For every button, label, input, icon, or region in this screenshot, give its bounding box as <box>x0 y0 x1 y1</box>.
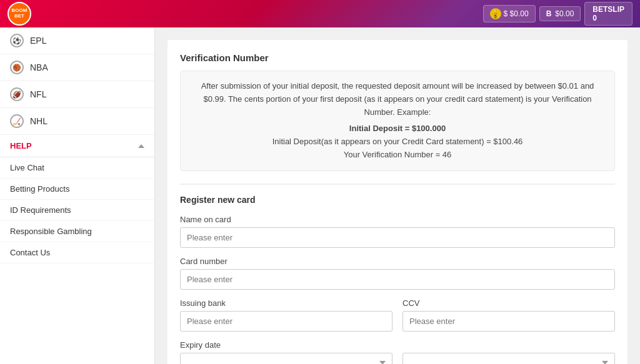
expiry-selects-row: 01 02 03 04 05 06 07 08 09 10 11 <box>180 353 615 364</box>
logo-image: BOOMBET <box>8 2 31 26</box>
card-number-group: Card number <box>180 257 615 290</box>
example-line3: Your Verification Number = 46 <box>344 150 452 159</box>
sidebar-item-label-nba: NBA <box>30 62 48 72</box>
sidebar-item-id-requirements[interactable]: ID Requirements <box>0 200 154 221</box>
balance-amount: $ $0.00 <box>504 9 529 18</box>
name-on-card-group: Name on card <box>180 215 615 248</box>
sidebar-item-label-nfl: NFL <box>30 89 46 99</box>
b-balance-button[interactable]: B $0.00 <box>539 6 581 21</box>
ccv-group: CCV <box>402 298 615 332</box>
help-label: HELP <box>10 141 32 150</box>
register-card-section: Register new card Name on card Card numb… <box>180 184 615 364</box>
b-balance-amount: $0.00 <box>555 9 574 18</box>
name-on-card-input[interactable] <box>180 227 615 248</box>
main-layout: ⚽ EPL 🏀 NBA 🏈 NFL 🏒 NHL HELP Live Chat B… <box>0 27 640 364</box>
sidebar-item-betting-products[interactable]: Betting Products <box>0 179 154 200</box>
help-section-header[interactable]: HELP <box>0 135 154 157</box>
sidebar-item-nhl[interactable]: 🏒 NHL <box>0 108 154 135</box>
sidebar: ⚽ EPL 🏀 NBA 🏈 NFL 🏒 NHL HELP Live Chat B… <box>0 27 155 364</box>
issuing-bank-input[interactable] <box>180 311 392 332</box>
nfl-icon: 🏈 <box>10 87 24 101</box>
sidebar-item-epl[interactable]: ⚽ EPL <box>0 27 154 54</box>
expiry-year-group: 2024 2025 2026 2027 2028 <box>402 353 615 364</box>
issuing-bank-label: Issuing bank <box>180 298 392 308</box>
balance-button[interactable]: 🏆 5 $ $0.00 <box>483 5 536 22</box>
balance-icon: 🏆 5 <box>490 8 501 19</box>
betslip-button[interactable]: BETSLIP 0 <box>584 2 632 26</box>
sidebar-item-label-epl: EPL <box>30 36 46 46</box>
betslip-count: 0 <box>592 14 624 22</box>
name-on-card-label: Name on card <box>180 215 615 224</box>
bank-ccv-row: Issuing bank CCV <box>180 298 615 340</box>
expiry-date-group: Expiry date 01 02 03 04 05 06 07 <box>180 340 615 364</box>
chevron-up-icon <box>138 144 144 148</box>
issuing-bank-group: Issuing bank <box>180 298 392 332</box>
example-line1: Initial Deposit = $100.000 <box>189 122 606 135</box>
sidebar-item-live-chat[interactable]: Live Chat <box>0 157 154 179</box>
expiry-month-select[interactable]: 01 02 03 04 05 06 07 08 09 10 11 <box>180 353 392 364</box>
sidebar-item-responsible-gambling[interactable]: Responsible Gambling <box>0 221 154 242</box>
ccv-label: CCV <box>402 298 615 308</box>
ccv-input[interactable] <box>402 311 615 332</box>
expiry-date-label: Expiry date <box>180 340 615 350</box>
betslip-label: BETSLIP <box>592 5 624 14</box>
nba-icon: 🏀 <box>10 61 24 74</box>
info-box: After submission of your initial deposit… <box>180 71 615 171</box>
sidebar-item-nfl[interactable]: 🏈 NFL <box>0 81 154 108</box>
nhl-icon: 🏒 <box>10 114 24 128</box>
header: BOOMBET 🏆 5 $ $0.00 B $0.00 BETSLIP 0 <box>0 0 640 27</box>
expiry-month-group: 01 02 03 04 05 06 07 08 09 10 11 <box>180 353 392 364</box>
main-content: Verification Number After submission of … <box>155 27 640 364</box>
card-number-input[interactable] <box>180 269 615 290</box>
epl-icon: ⚽ <box>10 34 24 47</box>
section-title: Verification Number <box>180 52 615 63</box>
logo: BOOMBET <box>8 2 31 26</box>
sidebar-item-label-nhl: NHL <box>30 116 48 126</box>
content-box: Verification Number After submission of … <box>168 40 628 364</box>
info-text: After submission of your initial deposit… <box>201 81 594 117</box>
header-actions: 🏆 5 $ $0.00 B $0.00 BETSLIP 0 <box>483 2 632 26</box>
example-line2: Initial Deposit(as it appears on your Cr… <box>272 137 523 146</box>
sidebar-item-nba[interactable]: 🏀 NBA <box>0 54 154 81</box>
expiry-year-select[interactable]: 2024 2025 2026 2027 2028 <box>402 353 615 364</box>
card-number-label: Card number <box>180 257 615 266</box>
register-card-title: Register new card <box>180 195 615 205</box>
sidebar-item-contact-us[interactable]: Contact Us <box>0 242 154 263</box>
